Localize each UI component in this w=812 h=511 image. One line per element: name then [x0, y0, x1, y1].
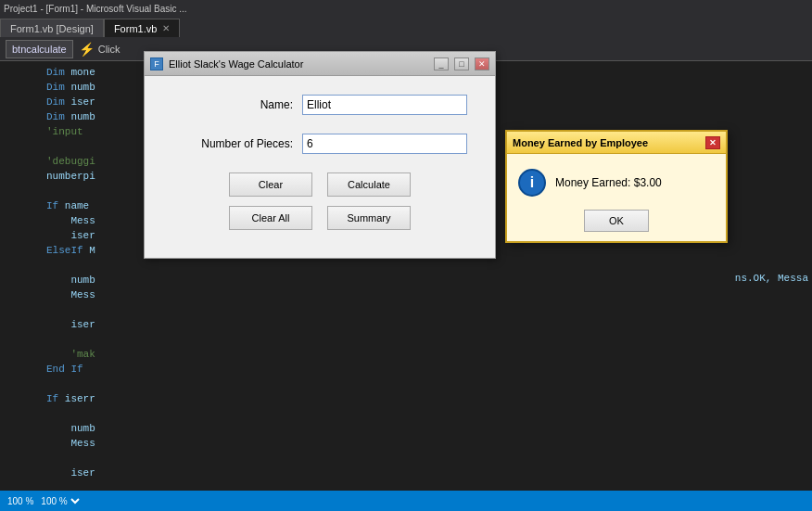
name-field-row: Name:: [172, 95, 467, 115]
event-label: Click: [98, 44, 121, 55]
calc-minimize-btn[interactable]: _: [434, 57, 449, 70]
dialog-body: i Money Earned: $3.00 OK: [507, 154, 726, 241]
code-line-23: If iserr: [0, 391, 812, 406]
toolbar-dropdown-value: btncalculate: [12, 44, 67, 55]
calc-window: F Elliot Slack's Wage Calculator _ □ ✕ N…: [144, 51, 496, 259]
tab-form-design-label: Form1.vb [Design]: [10, 23, 94, 34]
clear-button[interactable]: Clear: [229, 172, 312, 197]
tab-form-vb[interactable]: Form1.vb ✕: [104, 19, 180, 37]
pieces-label: Number of Pieces:: [172, 137, 302, 150]
calc-restore-btn[interactable]: □: [454, 57, 469, 70]
ide-topbar: Project1 - [Form1] - Microsoft Visual Ba…: [0, 0, 812, 17]
right-code-snippet: ns.OK, Messa: [735, 273, 812, 284]
calc-close-btn[interactable]: ✕: [475, 57, 489, 70]
calculate-button[interactable]: Calculate: [327, 172, 411, 197]
code-line-29: [0, 480, 812, 491]
ide-toolbar-event: ⚡ Click: [79, 42, 121, 57]
toolbar-object-dropdown[interactable]: btncalculate: [6, 40, 73, 58]
calc-buttons-row-2: Clear All Summary: [172, 206, 467, 230]
code-line-18: iser: [0, 317, 812, 332]
pieces-input[interactable]: [302, 134, 467, 154]
dialog-ok-button[interactable]: OK: [584, 210, 649, 232]
calc-buttons-row-1: Clear Calculate: [172, 172, 467, 197]
ide-topbar-text: Project1 - [Form1] - Microsoft Visual Ba…: [4, 4, 187, 14]
code-line-16: Mess: [0, 287, 812, 302]
code-line-21: End If: [0, 362, 812, 377]
dialog-message-row: i Money Earned: $3.00: [518, 169, 715, 197]
code-line-22: [0, 377, 812, 391]
code-line-24: [0, 406, 812, 421]
clear-all-button[interactable]: Clear All: [229, 206, 312, 230]
tab-form-design[interactable]: Form1.vb [Design]: [0, 19, 104, 37]
calc-titlebar: F Elliot Slack's Wage Calculator _ □ ✕: [145, 52, 495, 76]
lightning-icon: ⚡: [79, 42, 95, 57]
dialog-title: Money Earned by Employee: [513, 137, 705, 148]
code-line-19: [0, 332, 812, 347]
code-line-20: 'mak: [0, 347, 812, 362]
statusbar-zoom: 100 % 100 % 75 % 125 % 150 %: [7, 495, 82, 507]
code-line-17: [0, 302, 812, 317]
code-line-28: iser: [0, 466, 812, 480]
code-line-14: [0, 258, 812, 273]
name-input[interactable]: [302, 95, 467, 115]
ide-statusbar: 100 % 100 % 75 % 125 % 150 %: [0, 491, 812, 511]
tab-form-vb-label: Form1.vb: [114, 23, 157, 34]
calc-window-icon: F: [150, 57, 163, 70]
tab-close-icon[interactable]: ✕: [162, 23, 170, 33]
calc-body: Name: Number of Pieces: Clear Calculate …: [145, 76, 495, 258]
dialog-close-btn[interactable]: ✕: [705, 136, 720, 149]
name-label: Name:: [172, 98, 302, 111]
summary-button[interactable]: Summary: [327, 206, 411, 230]
code-line-15: numb: [0, 273, 812, 287]
info-icon: i: [518, 169, 546, 197]
pieces-field-row: Number of Pieces:: [172, 134, 467, 154]
ide-tabbar: Form1.vb [Design] Form1.vb ✕: [0, 17, 812, 37]
code-line-27: [0, 451, 812, 466]
zoom-dropdown[interactable]: 100 % 75 % 125 % 150 %: [37, 495, 82, 507]
code-line-25: numb: [0, 421, 812, 436]
code-line-26: Mess: [0, 436, 812, 451]
dialog-titlebar: Money Earned by Employee ✕: [507, 132, 726, 154]
dialog-message: Money Earned: $3.00: [555, 176, 662, 189]
zoom-label: 100 %: [7, 496, 33, 506]
dialog-ok-row: OK: [518, 210, 715, 232]
dialog-window: Money Earned by Employee ✕ i Money Earne…: [505, 130, 728, 243]
calc-window-title: Elliot Slack's Wage Calculator: [169, 58, 428, 70]
